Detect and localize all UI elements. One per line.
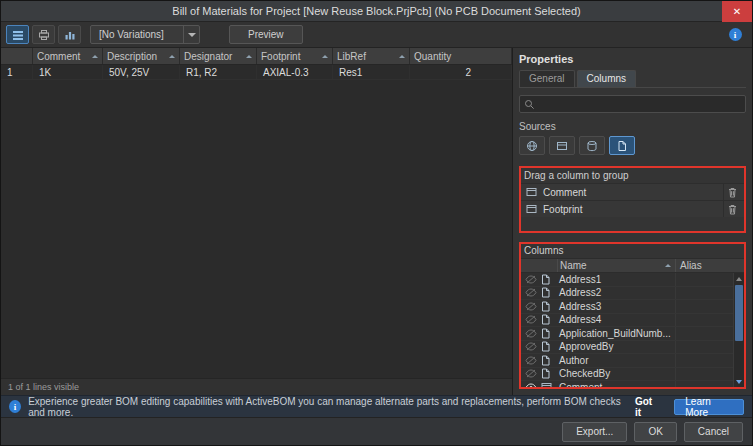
scroll-thumb[interactable]: [735, 285, 743, 341]
group-item-comment[interactable]: Comment: [521, 183, 744, 200]
document-icon: [541, 287, 550, 298]
row-number-cell: 1: [1, 65, 33, 79]
export-button[interactable]: Export...: [562, 422, 627, 442]
flat-list-view-button[interactable]: [6, 25, 29, 44]
list-view-icon: [12, 29, 24, 41]
remove-group-button[interactable]: [723, 184, 741, 200]
column-row[interactable]: Address2: [521, 287, 733, 301]
trash-icon: [728, 204, 737, 215]
got-it-link[interactable]: Got it: [635, 396, 659, 418]
header-label: Footprint: [261, 51, 300, 62]
alias-column-header[interactable]: Alias: [675, 259, 733, 272]
sort-asc-icon: [665, 264, 671, 267]
comment-cell[interactable]: 1K: [33, 65, 103, 79]
eye-hidden-icon: [525, 275, 537, 284]
column-header-footprint[interactable]: Footprint: [257, 48, 333, 64]
column-alias: [675, 368, 733, 381]
variations-dropdown[interactable]: [No Variations]: [90, 25, 200, 44]
activebom-banner: i Experience greater BOM editing capabil…: [1, 395, 752, 417]
column-row[interactable]: Address4: [521, 314, 733, 328]
sort-icon: [322, 55, 328, 58]
sort-icon: [246, 55, 252, 58]
document-icon: [541, 355, 550, 366]
header-label: Description: [107, 51, 157, 62]
column-name: Address2: [557, 287, 675, 298]
description-cell[interactable]: 50V, 25V: [103, 65, 180, 79]
banner-info-icon: i: [9, 400, 21, 413]
name-header-label: Name: [560, 260, 587, 271]
column-name: ApprovedBy: [557, 341, 675, 352]
column-icon: [526, 187, 537, 197]
header-label: Quantity: [414, 51, 451, 62]
search-icon: [524, 99, 535, 110]
variations-dropdown-label: [No Variations]: [91, 26, 183, 43]
column-header-designator[interactable]: Designator: [180, 48, 257, 64]
eye-hidden-icon: [525, 329, 537, 338]
row-number-header: [1, 48, 33, 64]
banner-text: Experience greater BOM editing capabilit…: [28, 396, 626, 418]
document-source-button[interactable]: [609, 136, 635, 155]
sort-icon: [169, 55, 175, 58]
search-input[interactable]: [539, 99, 741, 110]
window-title: Bill of Materials for Project [New Reuse…: [1, 5, 752, 17]
preview-button[interactable]: Preview: [229, 25, 303, 44]
learn-more-button[interactable]: Learn More: [674, 399, 744, 415]
name-column-header[interactable]: Name: [557, 259, 675, 272]
search-box: [519, 95, 746, 113]
footer-buttons: Export... OK Cancel: [1, 417, 752, 445]
column-row-comment[interactable]: Comment: [521, 381, 733, 387]
columns-section-title: Columns: [521, 244, 744, 258]
column-alias: [675, 341, 733, 354]
learn-more-label: Learn More: [685, 396, 733, 418]
tab-columns[interactable]: Columns: [577, 70, 636, 87]
sources-label: Sources: [519, 121, 746, 132]
column-row[interactable]: Author: [521, 354, 733, 368]
quantity-cell[interactable]: 2: [410, 65, 512, 79]
column-header-comment[interactable]: Comment: [33, 48, 103, 64]
column-row[interactable]: Address1: [521, 273, 733, 287]
designator-cell[interactable]: R1, R2: [180, 65, 257, 79]
info-icon: i: [729, 28, 742, 41]
column-alias: [675, 327, 733, 340]
columns-table-header: Name Alias: [521, 258, 744, 273]
remove-group-button[interactable]: [723, 201, 741, 217]
tab-general[interactable]: General: [519, 70, 575, 87]
cancel-button[interactable]: Cancel: [684, 422, 743, 442]
export-label: Export...: [576, 426, 613, 437]
scroll-up-button[interactable]: [734, 273, 744, 284]
column-name: Address1: [557, 274, 675, 285]
database-source-button[interactable]: [579, 136, 605, 155]
info-button[interactable]: i: [723, 25, 747, 45]
column-name: Address3: [557, 301, 675, 312]
column-header-description[interactable]: Description: [103, 48, 180, 64]
libref-cell[interactable]: Res1: [333, 65, 410, 79]
grid-row[interactable]: 1 1K 50V, 25V R1, R2 AXIAL-0.3 Res1 2: [1, 65, 512, 80]
column-icon: [541, 382, 552, 387]
web-source-button[interactable]: [519, 136, 545, 155]
sort-icon: [399, 55, 405, 58]
print-preview-button[interactable]: [32, 25, 55, 44]
document-icon: [541, 368, 550, 379]
column-header-quantity[interactable]: Quantity: [410, 48, 512, 64]
columns-rows: Address1 Address2 Address3: [521, 273, 733, 387]
footprint-cell[interactable]: AXIAL-0.3: [257, 65, 333, 79]
trash-icon: [728, 187, 737, 198]
column-row[interactable]: ApprovedBy: [521, 341, 733, 355]
column-row[interactable]: Address3: [521, 300, 733, 314]
bom-grid: Comment Description Designator Footprint…: [1, 48, 513, 395]
group-item-label: Comment: [543, 187, 717, 198]
close-button[interactable]: ✕: [722, 1, 752, 22]
column-alias: [675, 300, 733, 313]
supplier-source-button[interactable]: [549, 136, 575, 155]
scroll-down-button[interactable]: [734, 376, 744, 387]
column-header-libref[interactable]: LibRef: [333, 48, 410, 64]
grouped-view-button[interactable]: [58, 25, 81, 44]
column-row[interactable]: Application_BuildNumb...: [521, 327, 733, 341]
column-row[interactable]: CheckedBy: [521, 368, 733, 382]
ok-button[interactable]: OK: [634, 422, 676, 442]
columns-scrollbar[interactable]: [733, 273, 744, 387]
tabs-divider: [519, 87, 746, 88]
printer-icon: [38, 29, 50, 41]
group-item-footprint[interactable]: Footprint: [521, 200, 744, 217]
chevron-down-icon: [183, 26, 199, 43]
